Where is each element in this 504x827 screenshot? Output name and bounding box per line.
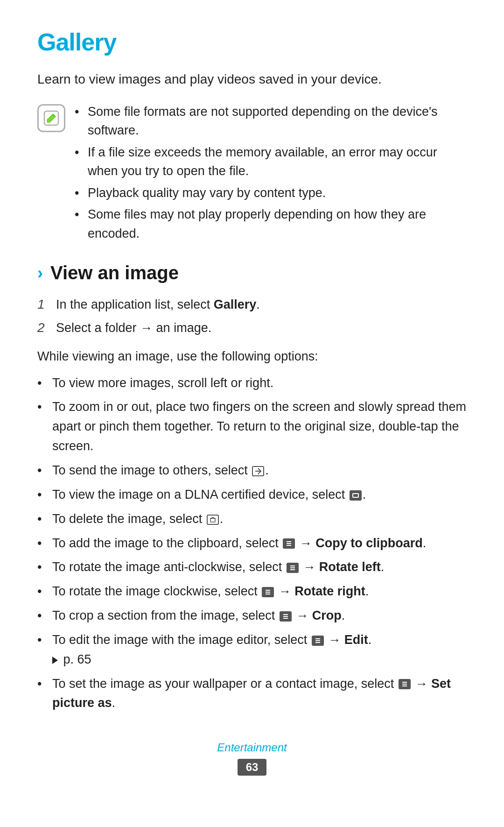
option-rotate-right: To rotate the image clockwise, select → … bbox=[37, 582, 467, 601]
steps-list: 1 In the application list, select Galler… bbox=[37, 295, 467, 338]
step-2-text: Select a folder → an image. bbox=[56, 318, 211, 338]
step-2: 2 Select a folder → an image. bbox=[37, 318, 467, 338]
options-intro: While viewing an image, use the followin… bbox=[37, 347, 467, 366]
step-number-2: 2 bbox=[37, 318, 50, 338]
options-list: To view more images, scroll left or righ… bbox=[37, 374, 467, 714]
option-set-picture: To set the image as your wallpaper or a … bbox=[37, 674, 467, 714]
step-1: 1 In the application list, select Galler… bbox=[37, 295, 467, 314]
menu-icon-clipboard bbox=[283, 538, 295, 549]
footer-page-number: 63 bbox=[238, 759, 267, 776]
menu-icon-crop bbox=[280, 611, 292, 622]
option-rotate-left: To rotate the image anti-clockwise, sele… bbox=[37, 558, 467, 577]
footer-category: Entertainment bbox=[37, 741, 467, 754]
svg-rect-3 bbox=[210, 518, 215, 522]
note-item-4: Some files may not play properly dependi… bbox=[75, 205, 467, 243]
option-zoom: To zoom in or out, place two fingers on … bbox=[37, 397, 467, 456]
menu-icon-rotate-left bbox=[287, 563, 299, 573]
step-1-text: In the application list, select Gallery. bbox=[56, 295, 260, 314]
menu-icon-edit bbox=[312, 636, 324, 646]
note-icon bbox=[37, 104, 65, 132]
option-scroll: To view more images, scroll left or righ… bbox=[37, 374, 467, 393]
option-crop: To crop a section from the image, select… bbox=[37, 606, 467, 626]
note-item-3: Playback quality may vary by content typ… bbox=[75, 184, 467, 203]
option-edit: To edit the image with the image editor,… bbox=[37, 630, 467, 670]
pencil-note-icon bbox=[42, 109, 60, 127]
option-delete: To delete the image, select . bbox=[37, 509, 467, 529]
menu-icon-set-picture bbox=[399, 679, 411, 689]
ref-triangle-icon bbox=[52, 657, 58, 664]
page-footer: Entertainment 63 bbox=[37, 741, 467, 776]
trash-icon bbox=[207, 515, 219, 525]
intro-paragraph: Learn to view images and play videos sav… bbox=[37, 70, 467, 89]
dlna-icon bbox=[350, 490, 362, 501]
page-title: Gallery bbox=[37, 28, 467, 56]
note-item-2: If a file size exceeds the memory availa… bbox=[75, 143, 467, 181]
note-item-1: Some file formats are not supported depe… bbox=[75, 102, 467, 140]
option-clipboard: To add the image to the clipboard, selec… bbox=[37, 534, 467, 553]
step-number-1: 1 bbox=[37, 295, 50, 314]
menu-icon-rotate-right bbox=[262, 587, 274, 597]
notes-list: Some file formats are not supported depe… bbox=[75, 102, 467, 246]
option-share: To send the image to others, select . bbox=[37, 461, 467, 481]
section-title: View an image bbox=[50, 262, 179, 283]
svg-rect-2 bbox=[353, 494, 358, 497]
note-box: Some file formats are not supported depe… bbox=[37, 102, 467, 246]
chevron-right-icon: › bbox=[37, 265, 43, 282]
share-icon bbox=[252, 466, 264, 476]
option-dlna: To view the image on a DLNA certified de… bbox=[37, 485, 467, 505]
section-heading: › View an image bbox=[37, 262, 467, 283]
